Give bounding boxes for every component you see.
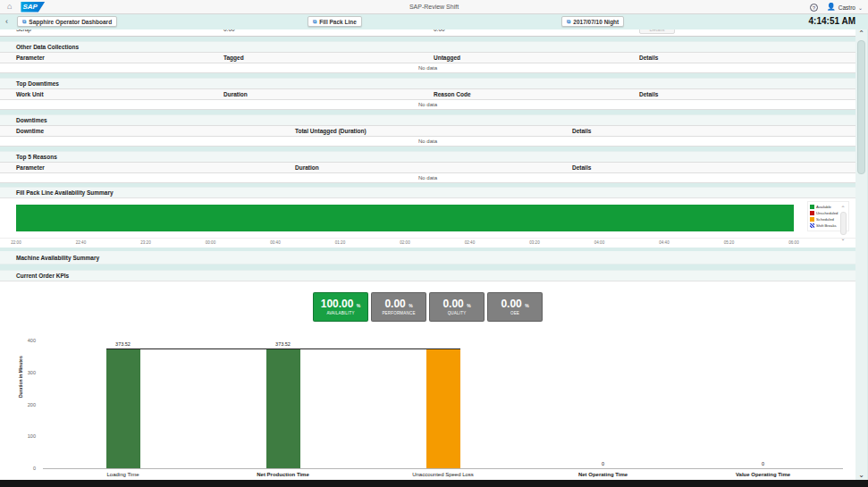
category-label: Loading Time (106, 472, 139, 477)
timeline-tick: 04:00 (594, 240, 604, 245)
section-top-5-reasons: Top 5 Reasons (0, 151, 855, 162)
section-other-data-collections: Other Data Collections (0, 41, 855, 52)
user-name: Castro (839, 4, 855, 11)
td-table-header: Work Unit Duration Reason Code Details (0, 88, 855, 100)
td-no-data: No data (0, 100, 855, 110)
t5-table-header: Parameter Duration Details (0, 162, 855, 173)
col-details: Details (639, 55, 855, 61)
content: Scrap 0.00 0.00 Details Other Data Colle… (0, 29, 855, 480)
details-disabled-button[interactable]: Details (639, 29, 675, 34)
line-button[interactable]: ⧉ Fill Pack Line (308, 16, 362, 27)
timeline-scrollbar[interactable]: ⌃ ⌄ (839, 206, 847, 241)
duration-bar-chart: Duration in Minutes0100200300400373.52Lo… (0, 333, 855, 482)
shift-button[interactable]: ⧉ 2017/07/10 Night (561, 16, 624, 27)
bar-value-label: 373.52 (115, 341, 131, 347)
popup-icon: ⧉ (313, 19, 316, 24)
toolbar: ‹ ⧉ Sapphire Operator Dashboard ⧉ Fill P… (0, 14, 868, 29)
col-tagged: Tagged (223, 55, 434, 61)
bar-unaccounted-speed-loss[interactable] (426, 348, 460, 468)
dashboard-button-label: Sapphire Operator Dashboard (29, 19, 112, 25)
details-label: Details (650, 29, 665, 32)
legend-swatch (810, 217, 814, 222)
home-icon[interactable]: ⌂ (7, 3, 12, 11)
back-icon[interactable]: ‹ (5, 17, 8, 26)
timeline-tick: 22:40 (76, 240, 86, 245)
dt-no-data: No data (0, 137, 855, 147)
odc-no-data: No data (0, 63, 855, 73)
scrap-row: Scrap 0.00 0.00 Details (0, 29, 855, 37)
t5-no-data: No data (0, 173, 855, 183)
kpi-value: 0.00 % (501, 298, 528, 309)
kpi-tile-performance[interactable]: 0.00 %PERFORMANCE (371, 292, 426, 322)
kpi-label: OEE (510, 311, 519, 315)
y-tick: 100 (4, 433, 36, 439)
page-scrollbar[interactable]: ⌃ ⌄ (855, 29, 867, 480)
kpi-tile-availability[interactable]: 100.00 %AVAILABILITY (313, 292, 368, 322)
kpi-label: QUALITY (448, 311, 467, 315)
help-icon[interactable]: ? (810, 4, 818, 12)
scrap-untagged: 0.00 (434, 29, 639, 32)
timeline-tick: 04:40 (659, 240, 669, 245)
bar-net-production-time[interactable] (266, 348, 300, 468)
shell-bar: ⌂ SAP SAP-Review Shift ? 👤 Castro ⌄ (0, 0, 868, 14)
timeline-tick: 00:00 (206, 240, 215, 245)
timeline-axis: 22:0022:4023:2000:0000:4001:2002:0002:40… (0, 238, 855, 245)
sap-dashboard-screen: ⌂ SAP SAP-Review Shift ? 👤 Castro ⌄ ‹ ⧉ … (0, 0, 868, 487)
category-label: Net Production Time (257, 472, 309, 477)
timeline-tick: 05:20 (724, 240, 734, 245)
kpi-tile-quality[interactable]: 0.00 %QUALITY (429, 292, 485, 322)
availability-timeline-panel: 22:0022:4023:2000:0000:4001:2002:0002:40… (0, 197, 855, 248)
col-downtime: Downtime (16, 128, 295, 134)
legend-swatch (810, 211, 814, 215)
scrap-parameter: Scrap (16, 29, 223, 32)
connector-line (106, 348, 460, 349)
col-work-unit: Work Unit (16, 91, 223, 97)
user-icon: 👤 (827, 4, 836, 11)
bar-value-label: 373.52 (275, 341, 291, 347)
col-total-untagged: Total Untagged (Duration) (295, 128, 572, 134)
user-menu[interactable]: 👤 Castro ⌄ (827, 4, 863, 11)
availability-gantt-bar[interactable] (16, 205, 794, 231)
kpi-value: 0.00 % (384, 298, 412, 309)
clock: 4:14:51 AM (809, 16, 855, 26)
y-axis-label: Duration in Minutes (18, 356, 23, 398)
scroll-down-icon[interactable]: ⌄ (840, 236, 845, 241)
timeline-tick: 02:40 (465, 240, 475, 245)
col-parameter: Parameter (16, 164, 295, 171)
kpi-tile-oee[interactable]: 0.00 %OEE (487, 292, 543, 322)
kpi-row: 100.00 %AVAILABILITY0.00 %PERFORMANCE0.0… (0, 292, 855, 322)
dashboard-button[interactable]: ⧉ Sapphire Operator Dashboard (17, 16, 117, 27)
scroll-down-icon[interactable]: ⌄ (858, 471, 864, 480)
section-current-order-kpis: Current Order KPIs (0, 270, 855, 281)
sap-logo: SAP (21, 2, 45, 13)
y-tick: 400 (4, 338, 36, 343)
timeline-tick: 23:20 (140, 240, 150, 245)
col-details: Details (572, 128, 855, 134)
category-label: Value Operating Time (736, 472, 790, 477)
kpi-label: PERFORMANCE (382, 311, 415, 315)
legend-swatch (810, 205, 814, 209)
chevron-down-icon: ⌄ (858, 4, 863, 11)
scroll-up-icon[interactable]: ⌃ (858, 29, 864, 38)
line-button-label: Fill Pack Line (319, 19, 357, 25)
scrollbar-thumb[interactable] (857, 40, 865, 174)
timeline-tick: 01:20 (335, 240, 345, 245)
section-machine-availability: Machine Availability Summary (0, 251, 855, 264)
legend-label: Scheduled (816, 217, 834, 222)
timeline-tick: 06:00 (788, 240, 798, 245)
scroll-up-icon[interactable]: ⌃ (840, 206, 845, 211)
y-tick: 0 (4, 466, 36, 471)
category-label: Unaccounted Speed Loss (412, 472, 474, 477)
section-fill-pack-availability: Fill Pack Line Availability Summary (0, 187, 855, 197)
y-tick: 200 (4, 402, 36, 407)
col-parameter: Parameter (16, 55, 223, 61)
section-downtimes: Downtimes (0, 114, 855, 125)
bar-loading-time[interactable] (106, 348, 140, 468)
timeline-scroll-track[interactable] (840, 212, 847, 235)
category-label: Net Operating Time (578, 472, 628, 477)
kpi-value: 0.00 % (442, 298, 470, 309)
dt-table-header: Downtime Total Untagged (Duration) Detai… (0, 125, 855, 137)
col-reason-code: Reason Code (434, 91, 639, 97)
kpi-value: 100.00 % (321, 298, 361, 309)
bar-value-label: 0 (602, 461, 604, 466)
